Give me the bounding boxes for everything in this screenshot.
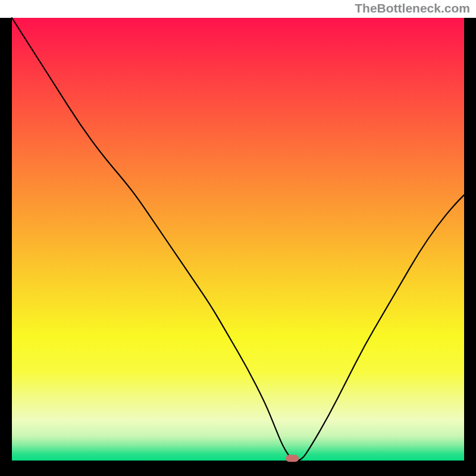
frame-bottom bbox=[0, 461, 476, 476]
frame-right bbox=[464, 18, 476, 476]
optimum-marker bbox=[286, 455, 299, 462]
bottleneck-chart: TheBottleneck.com bbox=[0, 0, 476, 476]
chart-canvas bbox=[0, 0, 476, 476]
watermark-text: TheBottleneck.com bbox=[355, 1, 470, 15]
gradient-background bbox=[12, 18, 464, 461]
frame-left bbox=[0, 18, 12, 476]
